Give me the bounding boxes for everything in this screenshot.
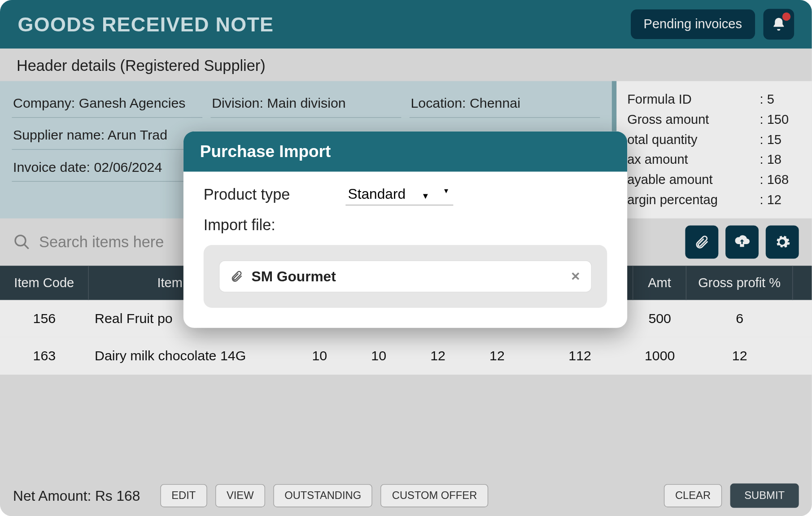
modal-title: Purchase Import [183, 131, 627, 172]
chevron-down-icon: ▼ [421, 191, 429, 201]
import-file-row: Import file: [204, 216, 607, 234]
product-type-label: Product type [204, 185, 322, 204]
file-chip: SM Gourmet ✕ [219, 260, 592, 292]
product-type-row: Product type Standard ▼ [204, 184, 607, 206]
file-name: SM Gourmet [252, 268, 562, 285]
product-type-select[interactable]: Standard ▼ [345, 184, 453, 206]
import-file-label: Import file: [204, 216, 322, 234]
file-dropzone[interactable]: SM Gourmet ✕ [204, 245, 607, 308]
remove-file-button[interactable]: ✕ [571, 269, 581, 284]
paperclip-icon [230, 270, 243, 283]
purchase-import-modal: Purchase Import Product type Standard ▼ … [183, 131, 627, 328]
